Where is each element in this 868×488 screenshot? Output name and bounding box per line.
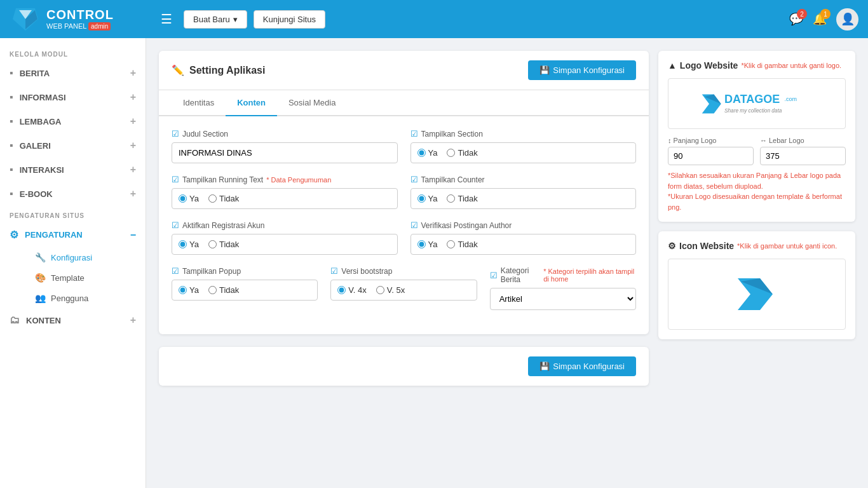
lembaga-expand-icon: + [130,116,136,127]
kelola-modul-label: KELOLA MODUL [0,44,146,61]
sidebar-item-pengaturan[interactable]: ⚙ PENGATURAN − [0,222,146,247]
verifikasi-icon: ☑ [410,220,418,230]
hamburger-button[interactable]: ☰ [156,8,177,30]
header-right: 💬 2 🔔 1 👤 [789,8,858,30]
verifikasi-radio-group: Ya Tidak [410,234,637,255]
edit-icon: ✏️ [172,64,184,76]
popup-label: ☑ Tampilkan Popup [172,266,318,276]
popup-ya[interactable]: Ya [179,285,199,295]
icon-preview-image [731,269,782,320]
simpan-konfigurasi-button-top[interactable]: 💾 Simpan Konfigurasi [528,60,636,80]
header-center: ☰ Buat Baru ▾ Kunjungi Situs [156,8,789,30]
tab-identitas[interactable]: Identitas [172,90,226,116]
card-title: ✏️ Setting Aplikasi [172,64,265,76]
galeri-icon: ▪ [10,140,13,151]
svg-text:DATAGOE: DATAGOE [724,93,780,105]
pengaturan-icon: ⚙ [10,229,18,241]
galeri-expand-icon: + [130,140,136,151]
tampilkan-counter-radio-group: Ya Tidak [410,188,637,209]
tampilkan-section-group: ☑ Tampilkan Section Ya [410,129,637,163]
chat-button[interactable]: 💬 2 [789,12,803,26]
registrasi-tidak[interactable]: Tidak [208,240,239,249]
bootstrap-v4[interactable]: V. 4x [337,285,366,295]
popup-radio-group: Ya Tidak [172,280,318,301]
tampilkan-section-tidak[interactable]: Tidak [447,148,477,158]
sidebar-item-lembaga[interactable]: ▪ LEMBAGA + [0,109,146,133]
sidebar-item-berita[interactable]: ▪ BERITA + [0,61,146,85]
verifikasi-label: ☑ Verifikasi Postingan Author [410,220,637,230]
main-content: ✏️ Setting Aplikasi 💾 Simpan Konfigurasi… [146,38,868,488]
avatar: 👤 [836,8,858,30]
kunjungi-situs-button[interactable]: Kunjungi Situs [254,10,325,29]
interaksi-expand-icon: + [130,164,136,175]
tampilkan-counter-ya[interactable]: Ya [417,194,438,203]
konfigurasi-icon: 🔧 [35,252,46,262]
card-header: ✏️ Setting Aplikasi 💾 Simpan Konfigurasi [159,51,649,90]
tampilkan-counter-label: ☑ Tampilkan Counter [410,175,637,184]
chevron-down-icon: ▾ [233,15,238,24]
logo-text: CONTROL WEB PANEL admin [46,8,114,30]
kategori-icon: ☑ [490,271,498,280]
verifikasi-group: ☑ Verifikasi Postingan Author Ya [410,220,637,255]
tabs: Identitas Konten Sosial Media [159,90,649,116]
form-row-1: ☑ Judul Section ☑ Tampilkan Section [172,129,636,163]
pengguna-icon: 👥 [35,293,46,303]
sidebar-subitem-konfigurasi[interactable]: 🔧 Konfigurasi [25,247,146,268]
verifikasi-ya[interactable]: Ya [417,240,438,249]
panjang-icon: ↕ [668,137,672,144]
registrasi-ya[interactable]: Ya [179,240,199,249]
notification-button[interactable]: 🔔 1 [813,12,827,26]
registrasi-label: ☑ Aktifkan Registrasi Akun [172,220,398,230]
layout: KELOLA MODUL ▪ BERITA + ▪ INFORMASI + ▪ … [0,38,868,488]
sidebar-subitem-pengguna[interactable]: 👥 Pengguna [25,288,146,308]
template-icon: 🎨 [35,273,46,283]
sidebar-item-galeri[interactable]: ▪ GALERI + [0,133,146,158]
running-text-icon: ☑ [172,175,179,184]
sidebar-item-konten[interactable]: 🗂 KONTEN + [0,308,146,332]
sidebar-item-interaksi[interactable]: ▪ INTERAKSI + [0,158,146,182]
bootstrap-radio-group: V. 4x V. 5x [330,280,477,301]
tampilkan-section-ya[interactable]: Ya [417,148,438,158]
berita-icon: ▪ [10,67,13,79]
sidebar-subitem-template[interactable]: 🎨 Template [25,268,146,288]
simpan-konfigurasi-button-bottom[interactable]: 💾 Simpan Konfigurasi [528,356,636,376]
running-text-ya[interactable]: Ya [179,194,199,203]
bootstrap-v5[interactable]: V. 5x [376,285,405,295]
icon-gear-icon: ⚙ [668,241,676,251]
sidebar-item-ebook[interactable]: ▪ E-BOOK + [0,182,146,206]
form-body: ☑ Judul Section ☑ Tampilkan Section [159,116,649,334]
tab-konten[interactable]: Konten [226,90,277,116]
panjang-label: ↕ Panjang Logo [668,137,754,144]
running-text-group: ☑ Tampilkan Running Text * Data Pengumum… [172,175,398,209]
interaksi-icon: ▪ [10,164,13,175]
judul-section-input[interactable] [172,142,398,163]
popup-tidak[interactable]: Tidak [208,285,239,295]
logo-card-title: ▲ Logo Website *Klik di gambar untuk gan… [668,60,846,71]
tab-sosial-media[interactable]: Sosial Media [277,90,347,116]
save-icon-bottom: 💾 [539,362,550,371]
setting-card: ✏️ Setting Aplikasi 💾 Simpan Konfigurasi… [159,51,649,334]
svg-text:Share my collection data: Share my collection data [724,108,782,114]
pengaturan-submenu: 🔧 Konfigurasi 🎨 Template 👥 Pengguna [0,247,146,308]
svg-text:.com: .com [785,96,797,102]
kategori-group: ☑ Kategori Berita * Kategori terpilih ak… [490,266,636,310]
tampilkan-section-icon: ☑ [410,129,418,139]
right-panel: ▲ Logo Website *Klik di gambar untuk gan… [658,51,855,349]
tampilkan-counter-tidak[interactable]: Tidak [447,194,477,203]
sidebar: KELOLA MODUL ▪ BERITA + ▪ INFORMASI + ▪ … [0,38,146,488]
icon-preview[interactable] [668,259,846,330]
buat-baru-button[interactable]: Buat Baru ▾ [184,10,247,29]
running-text-tidak[interactable]: Tidak [208,194,239,203]
verifikasi-tidak[interactable]: Tidak [447,240,477,249]
kategori-select[interactable]: Artikel [490,288,636,310]
popup-icon: ☑ [172,266,179,276]
ebook-expand-icon: + [130,188,136,200]
panjang-input[interactable] [668,147,754,165]
logo-preview[interactable]: DATAGOE .com Share my collection data [668,78,846,129]
sidebar-item-informasi[interactable]: ▪ INFORMASI + [0,85,146,109]
ebook-icon: ▪ [10,188,13,200]
lebar-input[interactable] [760,147,846,165]
konten-expand-icon: + [130,315,136,326]
avatar-button[interactable]: 👤 [836,8,858,30]
form-card-wrapper: ✏️ Setting Aplikasi 💾 Simpan Konfigurasi… [159,51,649,398]
